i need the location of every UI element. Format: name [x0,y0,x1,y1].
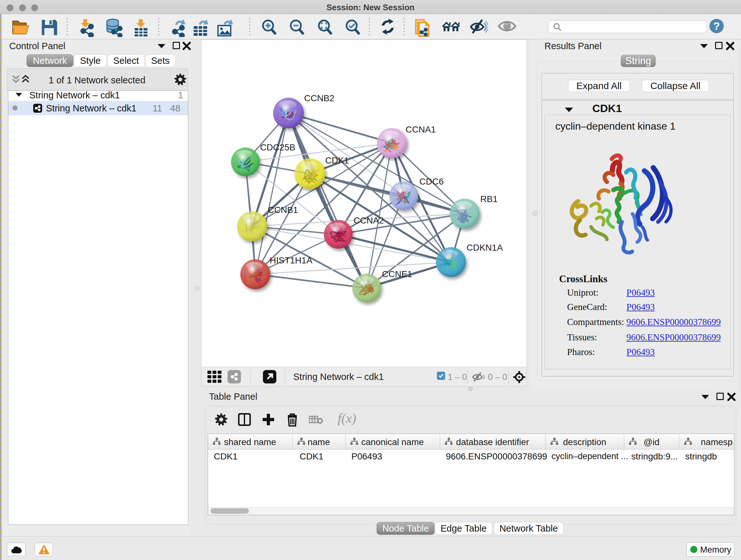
svg-text:CCNB1: CCNB1 [268,205,298,215]
svg-text:CDC6: CDC6 [419,177,444,186]
svg-text:CCNA1: CCNA1 [406,125,436,134]
svg-text:RB1: RB1 [480,194,497,204]
svg-text:CCNE1: CCNE1 [382,269,412,279]
svg-text:HIST1H1A: HIST1H1A [270,255,313,265]
svg-text:CCNB2: CCNB2 [304,93,334,103]
svg-text:CDC25B: CDC25B [260,142,295,152]
svg-text:CDKN1A: CDKN1A [467,243,503,253]
svg-text:CCNA2: CCNA2 [354,215,384,226]
svg-text:CDK1: CDK1 [325,155,349,165]
